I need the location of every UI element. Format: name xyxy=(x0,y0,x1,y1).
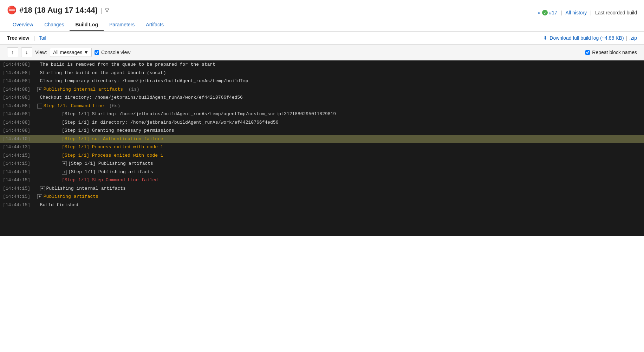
log-line: [14:44:15] [Step 1/1] Step Command Line … xyxy=(0,176,644,184)
log-line: [14:44:15] +[Step 1/1] Publishing artifa… xyxy=(0,168,644,176)
expand-icon[interactable]: + xyxy=(62,161,67,166)
log-line: [14:44:08] Clearing temporary directory:… xyxy=(0,77,644,85)
log-line: [14:44:15] +Publishing internal artifact… xyxy=(0,184,644,193)
log-content-text: +Publishing internal artifacts xyxy=(34,185,126,192)
log-line: [14:44:08] Starting the build on the age… xyxy=(0,69,644,77)
log-timestamp: [14:44:10] xyxy=(3,136,34,143)
log-line: [14:44:08] [Step 1/1] in directory: /hom… xyxy=(0,118,644,127)
dropdown-arrow-icon[interactable]: ▽ xyxy=(105,7,109,13)
log-content-text: −Step 1/1: Command Line (6s) xyxy=(34,103,120,110)
log-timestamp: [14:44:15] xyxy=(3,152,34,159)
page-wrapper: « ✓ #17 | All history | Last recorded bu… xyxy=(0,0,644,236)
view-dropdown-icon: ▼ xyxy=(84,50,89,55)
sub-header: Tree view | Tail ⬇ Download full build l… xyxy=(0,32,644,45)
log-content-text: [Step 1/1] Process exited with code 1 xyxy=(34,144,163,151)
log-content-text: The build is removed from the queue to b… xyxy=(34,61,215,68)
build-log: [14:44:08] The build is removed from the… xyxy=(0,60,644,236)
log-line: [14:44:15] +Publishing artifacts xyxy=(0,193,644,201)
log-timestamp: [14:44:15] xyxy=(3,160,34,167)
repeat-block-label: Repeat block names xyxy=(592,50,637,55)
tree-view-label: Tree view xyxy=(7,35,29,41)
log-timestamp: [14:44:08] xyxy=(3,78,34,85)
log-content-text: +[Step 1/1] Publishing artifacts xyxy=(34,169,153,176)
console-view-checkbox[interactable] xyxy=(95,50,99,55)
sub-header-right: ⬇ Download full build log (~4.88 KB) | .… xyxy=(543,35,637,41)
prev-build-link[interactable]: #17 xyxy=(549,10,557,15)
tab-parameters[interactable]: Parameters xyxy=(104,19,140,31)
log-content-text: Checkout directory: /home/jetbrains/buil… xyxy=(34,94,243,101)
log-content-text: Starting the build on the agent Ubuntu (… xyxy=(34,70,166,77)
nav-separator-2: | xyxy=(590,10,592,15)
log-content-text: Build finished xyxy=(34,202,78,209)
log-line: [14:44:08] +Publishing internal artifact… xyxy=(0,85,644,94)
log-content-text: [Step 1/1] in directory: /home/jetbrains… xyxy=(34,119,278,126)
tab-artifacts[interactable]: Artifacts xyxy=(140,19,169,31)
log-content-text: +Publishing internal artifacts (1s) xyxy=(34,86,139,93)
zip-link[interactable]: .zip xyxy=(629,35,637,41)
toolbar: ↑ ↓ View: All messages ▼ Console view Re… xyxy=(0,45,644,60)
log-content-text: [Step 1/1] Starting: /home/jetbrains/bui… xyxy=(34,111,336,118)
log-line: [14:44:08] The build is removed from the… xyxy=(0,60,644,69)
all-history-link[interactable]: All history xyxy=(566,10,587,15)
log-timestamp: [14:44:08] xyxy=(3,127,34,134)
build-number: #18 (18 Aug 17 14:44) xyxy=(19,6,98,15)
log-line: [14:44:08] [Step 1/1] Starting: /home/je… xyxy=(0,110,644,118)
collapse-icon[interactable]: − xyxy=(37,104,42,109)
log-line: [14:44:08] −Step 1/1: Command Line (6s) xyxy=(0,102,644,110)
console-view-label: Console view xyxy=(101,50,130,55)
tab-overview[interactable]: Overview xyxy=(7,19,39,31)
download-sep: | xyxy=(626,35,627,41)
view-option-text: All messages xyxy=(53,50,82,55)
log-timestamp: [14:44:15] xyxy=(3,193,34,200)
log-line: [14:44:15] [Step 1/1] Process exited wit… xyxy=(0,151,644,160)
log-line: [14:44:15] Build finished xyxy=(0,201,644,209)
view-label: View: xyxy=(35,50,47,55)
repeat-block-toggle[interactable]: Repeat block names xyxy=(585,50,637,55)
log-timestamp: [14:44:15] xyxy=(3,169,34,176)
log-timestamp: [14:44:08] xyxy=(3,86,34,93)
prev-build-nav[interactable]: « ✓ #17 xyxy=(538,10,557,15)
scroll-up-button[interactable]: ↑ xyxy=(7,47,18,57)
log-content-text: Clearing temporary directory: /home/jetb… xyxy=(34,78,248,85)
log-content-text: +[Step 1/1] Publishing artifacts xyxy=(34,160,153,167)
last-recorded-label: Last recorded build xyxy=(595,10,637,15)
log-line: [14:44:15] +[Step 1/1] Publishing artifa… xyxy=(0,159,644,168)
repeat-block-checkbox[interactable] xyxy=(585,50,590,55)
tab-buildlog[interactable]: Build Log xyxy=(70,19,104,31)
log-line: [14:44:08] [Step 1/1] Granting necessary… xyxy=(0,126,644,135)
log-timestamp: [14:44:13] xyxy=(3,144,34,151)
log-line: [14:44:08] Checkout directory: /home/jet… xyxy=(0,93,644,102)
tail-link[interactable]: Tail xyxy=(39,35,46,41)
console-view-toggle[interactable]: Console view xyxy=(95,50,130,55)
nav-separator-1: | xyxy=(561,10,562,15)
view-select[interactable]: All messages ▼ xyxy=(50,48,92,57)
expand-icon[interactable]: + xyxy=(40,186,45,191)
log-timestamp: [14:44:08] xyxy=(3,94,34,101)
log-timestamp: [14:44:15] xyxy=(3,202,34,209)
expand-icon[interactable]: + xyxy=(37,194,42,199)
log-content-text: [Step 1/1] Granting necessary permission… xyxy=(34,127,174,134)
tab-changes[interactable]: Changes xyxy=(39,19,70,31)
double-left-icon: « xyxy=(538,10,541,15)
expand-icon[interactable]: + xyxy=(37,87,42,92)
toolbar-right: Repeat block names xyxy=(585,50,637,55)
log-timestamp: [14:44:08] xyxy=(3,61,34,68)
top-right-nav: « ✓ #17 | All history | Last recorded bu… xyxy=(538,10,637,15)
log-line: [14:44:10] [Step 1/1] su: Authentication… xyxy=(0,135,644,143)
download-icon: ⬇ xyxy=(543,35,547,41)
expand-icon[interactable]: + xyxy=(62,170,67,175)
sub-header-left: Tree view | Tail xyxy=(7,35,46,41)
log-line: [14:44:13] [Step 1/1] Process exited wit… xyxy=(0,143,644,151)
log-timestamp: [14:44:08] xyxy=(3,119,34,126)
sub-separator: | xyxy=(33,35,35,41)
log-content-text: +Publishing artifacts xyxy=(34,193,98,200)
log-content-text: [Step 1/1] su: Authentication failure xyxy=(34,136,163,143)
log-timestamp: [14:44:08] xyxy=(3,111,34,118)
download-log-link[interactable]: Download full build log (~4.88 KB) xyxy=(549,35,624,41)
toolbar-left: ↑ ↓ View: All messages ▼ Console view xyxy=(7,47,130,57)
log-timestamp: [14:44:08] xyxy=(3,103,34,110)
tab-bar: Overview Changes Build Log Parameters Ar… xyxy=(7,19,637,31)
scroll-down-button[interactable]: ↓ xyxy=(21,47,32,57)
page-header: ⛔ #18 (18 Aug 17 14:44) | ▽ Overview Cha… xyxy=(0,0,644,32)
log-timestamp: [14:44:15] xyxy=(3,185,34,192)
